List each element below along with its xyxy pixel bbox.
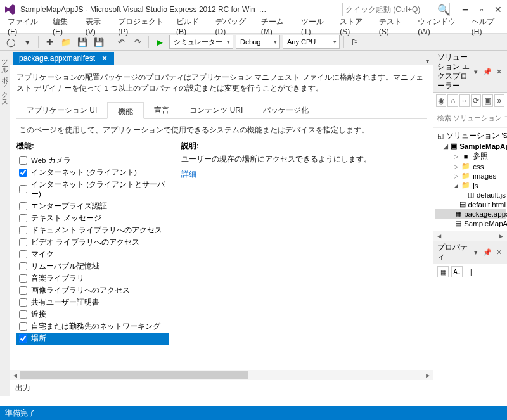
document-tab-appxmanifest[interactable]: package.appxmanifest ✕	[13, 52, 114, 65]
redo-button[interactable]: ↷	[131, 35, 144, 49]
toolbox-tab[interactable]: ツールボックス	[0, 51, 10, 396]
capability-item[interactable]: インターネット (クライアントとサーバー)	[16, 179, 169, 200]
capability-checkbox[interactable]	[19, 322, 27, 331]
capability-item[interactable]: ドキュメント ライブラリへのアクセス	[16, 224, 169, 236]
capability-checkbox[interactable]	[19, 334, 27, 343]
capability-checkbox[interactable]	[19, 250, 27, 258]
manifest-tab[interactable]: アプリケーション UI	[16, 101, 107, 118]
capability-item[interactable]: エンタープライズ認証	[16, 200, 169, 212]
open-button[interactable]: 📁	[59, 35, 73, 49]
more-info-link[interactable]: 詳細	[181, 170, 196, 178]
tree-node[interactable]: ▤SampleMapAppJS_Tempo	[435, 219, 506, 228]
capability-item[interactable]: 場所	[16, 333, 169, 345]
capability-checkbox[interactable]	[19, 286, 27, 295]
tree-node[interactable]: ▷📁css	[435, 162, 506, 171]
alphabetical-icon[interactable]: A↓	[451, 266, 463, 277]
menu-item[interactable]: ストア(S)	[335, 15, 373, 37]
capability-checkbox[interactable]	[19, 214, 27, 222]
se-more-icon[interactable]: »	[494, 94, 504, 107]
pin-icon[interactable]: 📌	[483, 248, 492, 257]
se-sync-icon[interactable]: ↔	[459, 94, 470, 107]
se-home2-icon[interactable]: ⌂	[447, 94, 458, 107]
menu-item[interactable]: ウィンドウ(W)	[413, 15, 465, 37]
menu-item[interactable]: ヘルプ(H)	[466, 15, 504, 37]
forward-button[interactable]: ▾	[20, 35, 34, 49]
menu-item[interactable]: チーム(M)	[256, 15, 295, 37]
saveall-button[interactable]: 💾	[92, 35, 106, 49]
capability-checkbox[interactable]	[19, 310, 27, 319]
capability-item[interactable]: 自宅または勤務先のネットワーキング	[16, 321, 169, 333]
menu-item[interactable]: 表示(V)	[80, 15, 112, 37]
manifest-tab[interactable]: 宣言	[144, 101, 179, 118]
tree-node[interactable]: ◱ソリューション 'SampleMapAppJS' (	[435, 130, 506, 141]
undo-button[interactable]: ↶	[114, 35, 128, 49]
capability-item[interactable]: マイク	[16, 248, 169, 260]
menu-item[interactable]: 編集(E)	[48, 15, 79, 37]
solution-hscroll[interactable]: ◄►	[433, 231, 507, 241]
solution-search-input[interactable]	[436, 113, 507, 123]
capability-checkbox[interactable]	[19, 185, 27, 193]
capability-item[interactable]: リムーバブル記憶域	[16, 260, 169, 272]
capability-item[interactable]: テキスト メッセージ	[16, 212, 169, 224]
platform-dropdown[interactable]: Any CPU	[283, 35, 340, 49]
tree-node[interactable]: ▦package.appxmanifest	[435, 209, 506, 219]
menu-item[interactable]: プロジェクト(P)	[113, 15, 170, 37]
save-button[interactable]: 💾	[75, 35, 89, 49]
capability-checkbox[interactable]	[19, 262, 27, 270]
categorized-icon[interactable]: ▦	[437, 266, 449, 277]
capability-item[interactable]: 音楽ライブラリ	[16, 272, 169, 284]
menu-item[interactable]: ファイル(F)	[3, 15, 46, 37]
minimize-button[interactable]: ━	[460, 4, 470, 15]
se-refresh-icon[interactable]: ⟳	[471, 94, 481, 107]
capability-checkbox[interactable]	[19, 238, 27, 246]
manifest-tab[interactable]: 機能	[107, 102, 144, 119]
capability-checkbox[interactable]	[19, 156, 27, 165]
se-showall-icon[interactable]: ▣	[482, 94, 492, 107]
tree-node[interactable]: ◫default.js	[435, 190, 506, 200]
tree-node[interactable]: ▷📁images	[435, 171, 506, 181]
panel-close-icon[interactable]: ✕	[494, 248, 503, 257]
scrollbar-thumb[interactable]	[20, 371, 248, 379]
capability-item[interactable]: 近接	[16, 309, 169, 321]
capability-item[interactable]: インターネット (クライアント)	[16, 167, 169, 179]
close-tab-icon[interactable]: ✕	[101, 54, 108, 63]
menu-item[interactable]: デバッグ(D)	[210, 15, 255, 37]
panel-dropdown-icon[interactable]: ▾	[472, 248, 480, 257]
tree-twisty-icon[interactable]: ▷	[452, 163, 459, 170]
capability-item[interactable]: 画像ライブラリへのアクセス	[16, 284, 169, 296]
tree-twisty-icon[interactable]: ▷	[452, 153, 459, 160]
panel-close-icon[interactable]: ✕	[494, 67, 503, 76]
se-home-icon[interactable]: ◉	[436, 94, 446, 107]
horizontal-scrollbar[interactable]: ◄ ►	[10, 370, 433, 380]
close-button[interactable]: ✕	[493, 4, 503, 15]
extra-toolbar-button[interactable]: 🏳	[348, 35, 362, 49]
tree-node[interactable]: ◢📁js	[435, 181, 506, 190]
tree-node[interactable]: ▤default.html	[435, 200, 506, 209]
capability-checkbox[interactable]	[19, 226, 27, 234]
capability-checkbox[interactable]	[19, 169, 27, 177]
run-target-dropdown[interactable]: シミュレーター	[169, 35, 233, 49]
tree-node[interactable]: ◢▣SampleMapAppJS	[435, 141, 506, 151]
back-button[interactable]: ◯	[4, 35, 18, 49]
panel-dropdown-icon[interactable]: ▾	[472, 67, 480, 76]
menu-item[interactable]: ビルド(B)	[171, 15, 209, 37]
pin-icon[interactable]: 📌	[483, 67, 492, 76]
capability-checkbox[interactable]	[19, 298, 27, 307]
manifest-tab[interactable]: パッケージ化	[253, 101, 319, 118]
play-icon[interactable]: ▶	[153, 35, 167, 49]
scroll-left-icon[interactable]: ◄	[10, 372, 20, 379]
doc-tabs-overflow-icon[interactable]: ▾	[426, 58, 433, 65]
tree-twisty-icon[interactable]: ◢	[444, 143, 448, 150]
scroll-right-icon[interactable]: ►	[423, 372, 433, 379]
menu-item[interactable]: テスト(S)	[374, 15, 412, 37]
capability-item[interactable]: ビデオ ライブラリへのアクセス	[16, 236, 169, 248]
maximize-button[interactable]: ▫	[477, 4, 487, 15]
menu-item[interactable]: ツール(T)	[296, 15, 333, 37]
new-button[interactable]: ✚	[42, 35, 56, 49]
config-dropdown[interactable]: Debug	[236, 35, 280, 49]
capability-item[interactable]: Web カメラ	[16, 155, 169, 167]
tree-twisty-icon[interactable]: ◢	[452, 182, 459, 189]
manifest-tab[interactable]: コンテンツ URI	[179, 101, 253, 118]
output-panel-label[interactable]: 出力	[10, 380, 433, 396]
capability-item[interactable]: 共有ユーザー証明書	[16, 296, 169, 309]
